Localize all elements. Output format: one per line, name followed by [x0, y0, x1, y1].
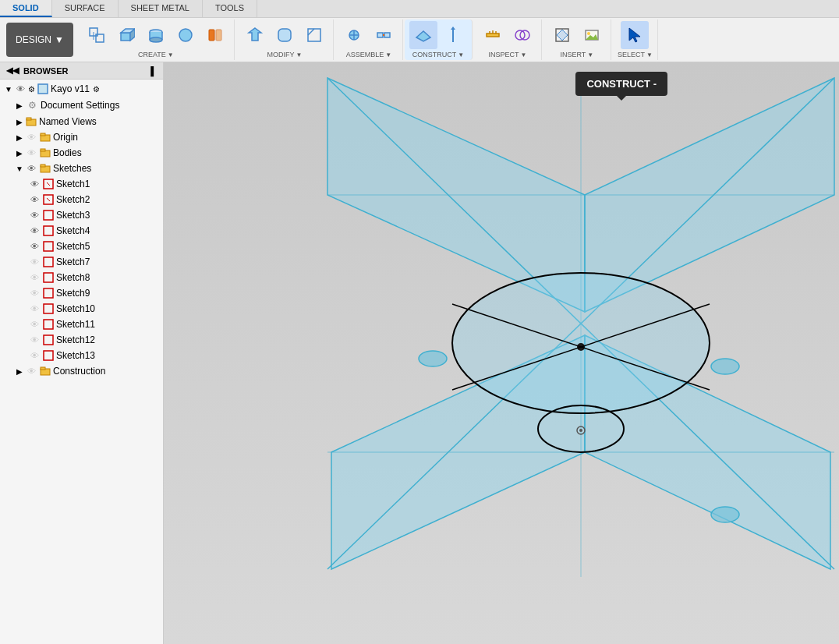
construct-group-label[interactable]: CONSTRUCT ▼: [412, 51, 464, 58]
svg-rect-57: [44, 288, 53, 298]
tree-item-sketch11[interactable]: 👁 Sketch11: [0, 317, 163, 332]
tree-item-sketch13[interactable]: 👁 Sketch13: [0, 348, 163, 363]
tree-item-sketch4[interactable]: 👁 Sketch4: [0, 223, 163, 239]
tree-item-sketch8[interactable]: 👁 Sketch8: [0, 270, 163, 285]
eye-sketch5[interactable]: 👁: [28, 240, 41, 253]
tree-item-sketch1[interactable]: 👁 Sketch1: [0, 176, 163, 192]
assemble-group: ASSEMBLE ▼: [335, 19, 403, 60]
tree-arrow-construction[interactable]: ▶: [14, 367, 25, 376]
modify-group-label[interactable]: MODIFY ▼: [267, 51, 302, 58]
eye-bodies[interactable]: 👁: [25, 147, 37, 159]
insert-canvas-btn[interactable]: [578, 21, 606, 49]
eye-sketch8[interactable]: 👁: [28, 271, 41, 284]
eye-construction[interactable]: 👁: [25, 365, 37, 377]
tree-arrow-named-views[interactable]: ▶: [14, 118, 25, 126]
tree-arrow-doc-settings[interactable]: ▶: [14, 101, 25, 110]
svg-rect-41: [27, 118, 31, 120]
tree-label-root: Kayo v11: [51, 83, 90, 94]
tree-arrow-bodies[interactable]: ▶: [14, 149, 25, 157]
tree-arrow-origin[interactable]: ▶: [14, 133, 25, 142]
eye-sketch11[interactable]: 👁: [28, 318, 41, 331]
tree-item-sketch12[interactable]: 👁 Sketch12: [0, 332, 163, 348]
tree-item-sketch7[interactable]: 👁 Sketch7: [0, 254, 163, 270]
tree-label-sketch8: Sketch8: [56, 272, 90, 283]
eye-sketches[interactable]: 👁: [25, 162, 37, 175]
svg-marker-38: [629, 28, 640, 42]
modify-chamfer-btn[interactable]: [300, 21, 328, 49]
tree-item-sketch2[interactable]: 👁 Sketch2: [0, 192, 163, 207]
svg-point-36: [587, 32, 590, 35]
viewport[interactable]: CONSTRUCT -: [164, 62, 839, 644]
svg-point-11: [179, 29, 192, 41]
tree-item-sketch3[interactable]: 👁 Sketch3: [0, 207, 163, 223]
inspect-dropdown-arrow: ▼: [520, 51, 526, 58]
eye-sketch9[interactable]: 👁: [28, 287, 41, 299]
construct-axis-btn[interactable]: [439, 21, 467, 49]
browser-back-btn[interactable]: ◀◀: [6, 65, 19, 76]
tree-item-sketches[interactable]: ▼ 👁 Sketches: [0, 161, 163, 176]
select-group: SELECT ▼: [613, 19, 658, 60]
tab-solid[interactable]: SOLID: [0, 0, 52, 17]
create-mirror-btn[interactable]: [201, 21, 229, 49]
tree-label-origin: Origin: [53, 132, 78, 143]
tree-item-sketch5[interactable]: 👁 Sketch5: [0, 239, 163, 254]
modify-presspull-btn[interactable]: [241, 21, 269, 49]
tree-item-bodies[interactable]: ▶ 👁 Bodies: [0, 145, 163, 161]
insert-mesh-btn[interactable]: [548, 21, 576, 49]
browser-tree: ▼ 👁 ⚙ Kayo v11 ⚙ ▶ ⚙ Document Settings ▶…: [0, 80, 163, 644]
eye-sketch13[interactable]: 👁: [28, 349, 41, 362]
tree-label-sketch1: Sketch1: [56, 179, 90, 189]
create-sphere-btn[interactable]: [172, 21, 200, 49]
eye-sketch1[interactable]: 👁: [28, 178, 41, 190]
tab-tools[interactable]: TOOLS: [203, 0, 257, 17]
construct-plane-btn[interactable]: [409, 21, 437, 49]
scene-svg: [164, 62, 839, 644]
create-new-component-btn[interactable]: [83, 21, 111, 49]
inspect-interference-btn[interactable]: [508, 21, 536, 49]
tree-label-named-views: Named Views: [39, 116, 97, 127]
eye-sketch4[interactable]: 👁: [28, 225, 41, 237]
eye-origin[interactable]: 👁: [25, 131, 37, 143]
svg-rect-3: [121, 33, 130, 41]
select-group-label[interactable]: SELECT ▼: [618, 51, 653, 58]
eye-sketch3[interactable]: 👁: [28, 209, 41, 221]
tab-sheet-metal[interactable]: SHEET METAL: [119, 0, 203, 17]
svg-marker-24: [416, 31, 430, 41]
svg-point-81: [579, 429, 582, 432]
tree-settings-root[interactable]: ⚙: [93, 85, 100, 94]
tab-surface[interactable]: SURFACE: [52, 0, 119, 17]
design-dropdown-button[interactable]: DESIGN ▼: [6, 23, 73, 57]
assemble-joint-btn[interactable]: [370, 21, 398, 49]
inspect-group: INSPECT ▼: [474, 19, 542, 60]
browser-collapse-btn[interactable]: ▌: [150, 66, 157, 76]
create-group-label[interactable]: CREATE ▼: [138, 51, 174, 58]
assemble-group-label[interactable]: ASSEMBLE ▼: [346, 51, 391, 58]
assemble-new-btn[interactable]: [340, 21, 368, 49]
tree-arrow-sketches[interactable]: ▼: [14, 165, 25, 173]
modify-group: MODIFY ▼: [236, 19, 334, 60]
tree-arrow-root[interactable]: ▼: [3, 85, 14, 94]
svg-rect-27: [487, 34, 499, 37]
tree-item-origin[interactable]: ▶ 👁 Origin: [0, 129, 163, 145]
create-box-btn[interactable]: [112, 21, 140, 49]
eye-root[interactable]: 👁: [14, 83, 27, 95]
inspect-group-label[interactable]: INSPECT ▼: [488, 51, 526, 58]
create-cylinder-btn[interactable]: [142, 21, 170, 49]
tree-label-sketch3: Sketch3: [56, 210, 90, 221]
tree-item-doc-settings[interactable]: ▶ ⚙ Document Settings: [0, 97, 163, 114]
inspect-measure-btn[interactable]: [479, 21, 507, 49]
tree-item-root[interactable]: ▼ 👁 ⚙ Kayo v11 ⚙: [0, 81, 163, 97]
tree-item-named-views[interactable]: ▶ Named Views: [0, 114, 163, 129]
eye-sketch2[interactable]: 👁: [28, 193, 41, 206]
eye-sketch7[interactable]: 👁: [28, 256, 41, 268]
tree-item-sketch9[interactable]: 👁 Sketch9: [0, 285, 163, 301]
svg-rect-21: [377, 33, 383, 37]
select-btn[interactable]: [621, 21, 649, 49]
insert-group-label[interactable]: INSERT ▼: [561, 51, 594, 58]
modify-fillet-btn[interactable]: [271, 21, 299, 49]
browser-panel: ◀◀ BROWSER ▌ ▼ 👁 ⚙ Kayo v11 ⚙ ▶ ⚙ Docume…: [0, 62, 164, 644]
tree-item-construction[interactable]: ▶ 👁 Construction: [0, 363, 163, 379]
eye-sketch12[interactable]: 👁: [28, 334, 41, 346]
tree-item-sketch10[interactable]: 👁 Sketch10: [0, 301, 163, 317]
eye-sketch10[interactable]: 👁: [28, 303, 41, 315]
